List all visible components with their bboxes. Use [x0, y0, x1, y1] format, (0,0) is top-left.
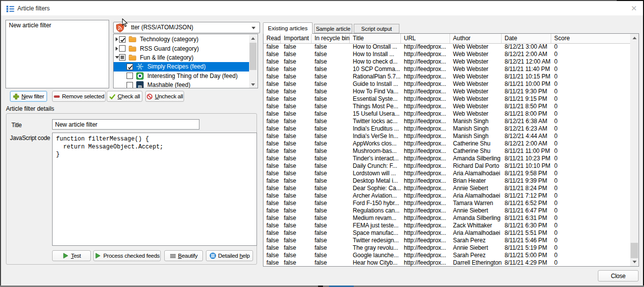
- article-row[interactable]: falsefalsefalse15 Useful Usera...http://…: [263, 110, 630, 118]
- article-row[interactable]: falsefalsefalseIndia's Eruditus ...http:…: [263, 125, 630, 133]
- tree-item[interactable]: Technology (category): [114, 35, 249, 44]
- column-header-date[interactable]: Date: [502, 34, 551, 43]
- tab-script-output[interactable]: Script output: [354, 24, 399, 33]
- article-row[interactable]: falsefalsefalseFord F-150 hybr...http://…: [263, 200, 630, 207]
- article-row[interactable]: falsefalsefalseHow to check d...http://f…: [263, 58, 630, 66]
- column-header-title[interactable]: Title: [350, 34, 401, 43]
- beautify-button[interactable]: Beautify: [164, 250, 203, 261]
- article-row[interactable]: falsefalsefalseHear how Cityb...http://f…: [263, 259, 630, 266]
- feeds-tree[interactable]: Technology (category)RSS Guard (category…: [113, 34, 258, 88]
- cell-in-recycle-bin: false: [312, 51, 350, 58]
- remove-selected-button[interactable]: Remove selected: [52, 91, 106, 102]
- cell-read: false: [263, 58, 281, 66]
- folder-icon: [129, 45, 136, 53]
- scrollbar-thumb[interactable]: [250, 43, 257, 70]
- article-row[interactable]: falsefalsefalseThings Most Pe...http://f…: [263, 103, 630, 110]
- account-selector[interactable]: tter (RSS/ATOM/JSON): [113, 22, 260, 33]
- window-close-icon[interactable]: ✕: [631, 4, 637, 13]
- checkbox-unchecked[interactable]: [127, 82, 133, 88]
- bullseye-icon: [136, 72, 144, 80]
- article-row[interactable]: falsefalsefalseDesktop Metal i...http://…: [263, 177, 630, 185]
- article-row[interactable]: falsefalsefalseMushroom-bas...http://fee…: [263, 147, 630, 155]
- check-all-button[interactable]: Check all: [107, 91, 142, 102]
- scroll-up-icon[interactable]: [630, 34, 639, 42]
- article-row[interactable]: falsefalsefalseAppWorks clos...http://fe…: [263, 140, 630, 147]
- collapse-icon[interactable]: [115, 56, 119, 59]
- checkbox-unchecked[interactable]: [127, 72, 133, 79]
- column-header-score[interactable]: Score: [551, 34, 631, 43]
- new-filter-button[interactable]: New filter: [10, 91, 47, 102]
- checkbox-partial[interactable]: [119, 54, 126, 61]
- article-row[interactable]: falsefalsefalseTwitter locks ac...http:/…: [263, 118, 630, 125]
- column-header-author[interactable]: Author: [450, 34, 502, 43]
- tab-existing-articles[interactable]: Existing articles: [263, 22, 313, 34]
- article-row[interactable]: falsefalsefalseSpace manufac...http://fe…: [263, 229, 630, 237]
- article-row[interactable]: falsefalsefalseMedium revam...http://fee…: [263, 215, 630, 222]
- article-row[interactable]: falsefalsefalseIndia's VerSe In...http:/…: [263, 133, 630, 140]
- process-checked-feeds-button[interactable]: Process checked feeds: [93, 250, 161, 261]
- title-input[interactable]: New article filter: [52, 119, 199, 130]
- uncheck-all-button[interactable]: Uncheck all: [145, 91, 184, 102]
- column-header-in-recycle-bin[interactable]: In recycle bin: [312, 34, 350, 43]
- tab-sample-article[interactable]: Sample article: [314, 24, 352, 33]
- column-header-read[interactable]: Read: [263, 34, 281, 43]
- cell-score: 0: [551, 162, 630, 170]
- cell-url: http://feedprox...: [401, 259, 450, 266]
- article-row[interactable]: falsefalsefalseFEMA just teste...http://…: [263, 222, 630, 229]
- expand-icon[interactable]: [115, 47, 119, 51]
- article-row[interactable]: falsefalsefalseArcher Aviation...http://…: [263, 192, 630, 200]
- article-row[interactable]: falsefalsefalseTinder's interact...http:…: [263, 155, 630, 162]
- cell-author: Web Webster: [450, 103, 502, 110]
- column-header-important[interactable]: Important: [281, 34, 312, 43]
- cell-date: 8/11/21 5:46 PM: [502, 237, 551, 244]
- close-button[interactable]: Close: [598, 270, 639, 282]
- cell-url: http://feedprox...: [401, 229, 450, 237]
- scrollbar-thumb[interactable]: [631, 243, 638, 258]
- tree-item[interactable]: Simply Recipes (feed): [114, 62, 249, 71]
- scroll-down-icon[interactable]: [630, 258, 639, 266]
- titlebar[interactable]: Article filters ✕: [1, 1, 643, 15]
- filter-list-item[interactable]: New article filter: [6, 20, 109, 30]
- article-row[interactable]: falsefalsefalseLordstown will ...http://…: [263, 170, 630, 177]
- article-row[interactable]: falsefalsefalseGuide to Install ...http:…: [263, 80, 630, 88]
- article-row[interactable]: falsefalsefalseEssential Syste...http://…: [263, 95, 630, 103]
- article-row[interactable]: falsefalsefalseDear Sophie: Ca...http://…: [263, 185, 630, 192]
- article-row[interactable]: falsefalsefalseRegulations can...http://…: [263, 207, 630, 215]
- cell-in-recycle-bin: false: [312, 177, 350, 185]
- cell-title: Space manufac...: [350, 229, 401, 237]
- detailed-help-button[interactable]: Detailed help: [206, 250, 253, 261]
- scroll-up-icon[interactable]: [249, 35, 257, 42]
- folder-icon: [129, 54, 136, 62]
- article-row[interactable]: falsefalsefalse10 SCP Comma...http://fee…: [263, 66, 630, 73]
- column-header-url[interactable]: URL: [401, 34, 450, 43]
- article-row[interactable]: falsefalsefalseHow To Find Va...http://f…: [263, 88, 630, 95]
- articles-table-scrollbar[interactable]: [630, 34, 639, 266]
- javascript-code-editor[interactable]: function filterMessage() { return Messag…: [52, 133, 257, 246]
- tree-item[interactable]: RSS Guard (category): [114, 44, 249, 53]
- expand-icon[interactable]: [115, 37, 119, 41]
- article-row[interactable]: falsefalsefalseThe gray revolu...http://…: [263, 244, 630, 252]
- article-row[interactable]: falsefalsefalseTwitter redesign...http:/…: [263, 237, 630, 244]
- article-row[interactable]: falsefalsefalseDaily Crunch: F...http://…: [263, 162, 630, 170]
- tree-item[interactable]: Interesting Thing of the Day (feed): [114, 72, 249, 80]
- svg-text:m: m: [138, 84, 142, 88]
- article-row[interactable]: falsefalsefalseHow to Onstall ...http://…: [263, 43, 630, 51]
- article-row[interactable]: falsefalsefalseHow to Install ...http://…: [263, 51, 630, 58]
- checkbox-unchecked[interactable]: [119, 45, 126, 52]
- help-icon: [209, 252, 216, 259]
- lines-icon: [170, 253, 176, 259]
- scroll-down-icon[interactable]: [249, 81, 257, 88]
- feeds-tree-scrollbar[interactable]: [249, 35, 257, 88]
- tree-item[interactable]: Fun & life (category): [114, 53, 249, 62]
- article-row[interactable]: falsefalsefalseRationalPlan 5.7...http:/…: [263, 73, 630, 80]
- existing-articles-table: ReadImportantIn recycle binTitleURLAutho…: [263, 33, 639, 267]
- checkbox-checked[interactable]: [119, 36, 126, 43]
- filters-list[interactable]: New article filter: [5, 20, 109, 88]
- cell-author: Sarah Perez: [450, 252, 502, 259]
- checkbox-checked[interactable]: [127, 64, 133, 70]
- cell-important: false: [281, 155, 312, 162]
- tree-item[interactable]: mMashable (feed): [114, 80, 249, 88]
- article-row[interactable]: falsefalsefalseGoogle launche...http://f…: [263, 252, 630, 259]
- test-button[interactable]: Test: [52, 250, 91, 261]
- cell-important: false: [281, 140, 312, 147]
